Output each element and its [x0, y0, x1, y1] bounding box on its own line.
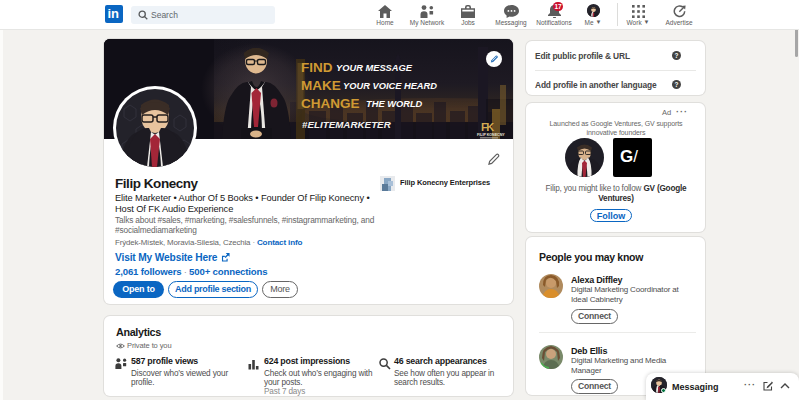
- svg-text:MAKE: MAKE: [301, 78, 341, 93]
- svg-text:?: ?: [675, 81, 679, 88]
- svg-text:#ELITEMARKETER: #ELITEMARKETER: [302, 119, 392, 130]
- svg-text:YOUR MESSAGE: YOUR MESSAGE: [336, 63, 413, 73]
- svg-text:FILIP KONECNY: FILIP KONECNY: [477, 133, 505, 137]
- svg-text:THE WORLD: THE WORLD: [366, 99, 423, 109]
- svg-text:YOUR VOICE HEARD: YOUR VOICE HEARD: [343, 81, 437, 91]
- svg-text:FIND: FIND: [301, 60, 333, 75]
- svg-text:FK: FK: [481, 121, 494, 133]
- svg-text:?: ?: [675, 52, 679, 59]
- svg-text:CHANGE: CHANGE: [301, 96, 360, 111]
